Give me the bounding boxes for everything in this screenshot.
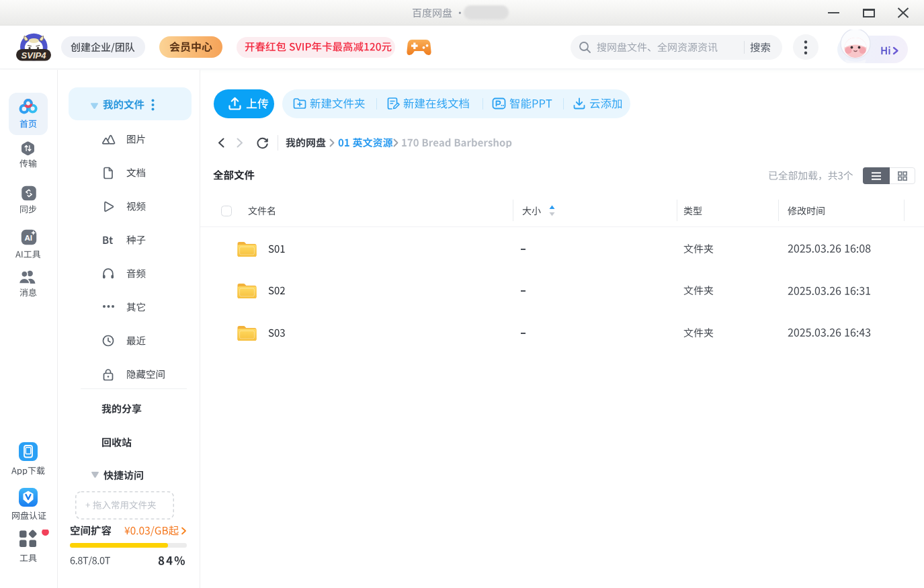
svg-text:SVIP4: SVIP4 — [22, 50, 47, 60]
svg-text:Al: Al — [24, 233, 32, 242]
